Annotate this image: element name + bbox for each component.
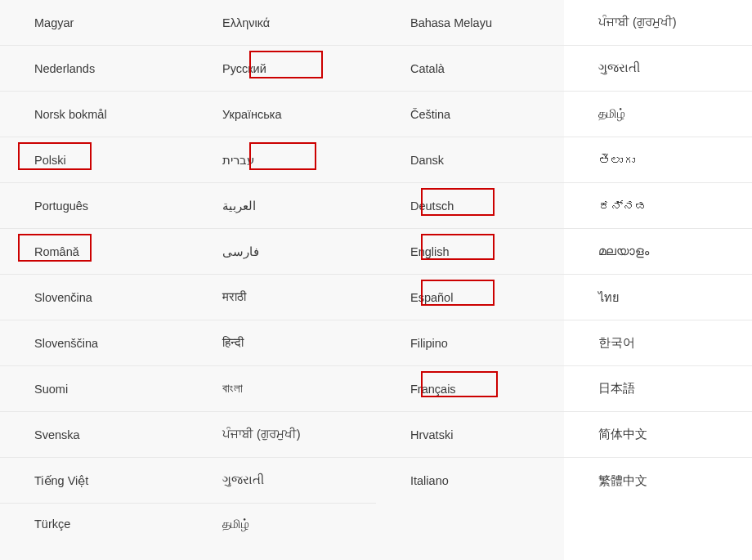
language-item[interactable]: தமிழ் bbox=[564, 92, 752, 137]
language-label: Català bbox=[410, 62, 445, 75]
language-label: 日本語 bbox=[598, 381, 635, 396]
language-item[interactable]: Hrvatski bbox=[376, 412, 564, 458]
language-label: Nederlands bbox=[34, 62, 95, 75]
language-label: العربية bbox=[222, 199, 256, 213]
language-label: Slovenčina bbox=[34, 291, 92, 304]
language-label: Polski bbox=[34, 154, 66, 167]
language-item[interactable]: ਪੰਜਾਬੀ (ਗੁਰਮੁਖੀ) bbox=[188, 412, 376, 458]
language-item[interactable]: 日本語 bbox=[564, 366, 752, 412]
language-item[interactable]: বাংলা bbox=[188, 366, 376, 412]
language-item[interactable]: Svenska bbox=[0, 412, 188, 458]
language-label: Türkçe bbox=[34, 517, 70, 531]
language-item[interactable]: Deutsch bbox=[376, 183, 564, 229]
language-label: தமிழ் bbox=[222, 517, 249, 531]
language-label: فارسی bbox=[222, 245, 259, 258]
language-label: Dansk bbox=[410, 154, 444, 167]
language-item[interactable]: Bahasa Melayu bbox=[376, 0, 564, 46]
language-label: ਪੰਜਾਬੀ (ਗੁਰਮੁਖੀ) bbox=[598, 16, 677, 29]
language-item[interactable]: Norsk bokmål bbox=[0, 92, 188, 137]
language-item[interactable]: Nederlands bbox=[0, 46, 188, 92]
language-label: தமிழ் bbox=[598, 107, 625, 121]
language-label: Suomi bbox=[34, 383, 68, 396]
language-item[interactable]: தமிழ் bbox=[188, 504, 376, 544]
language-item[interactable]: Suomi bbox=[0, 366, 188, 412]
language-label: Română bbox=[34, 245, 79, 258]
language-item[interactable]: Dansk bbox=[376, 137, 564, 183]
language-item[interactable]: ಕನ್ನಡ bbox=[564, 183, 752, 229]
language-label: ಕನ್ನಡ bbox=[598, 199, 647, 213]
language-label: Bahasa Melayu bbox=[410, 16, 492, 29]
language-label: ਪੰਜਾਬੀ (ਗੁਰਮੁਖੀ) bbox=[222, 428, 301, 441]
language-label: Українська bbox=[222, 108, 282, 121]
language-label: Italiano bbox=[410, 474, 449, 487]
language-item[interactable]: العربية bbox=[188, 183, 376, 229]
language-label: తెలుగు bbox=[598, 154, 635, 167]
language-label: Tiếng Việt bbox=[34, 474, 88, 487]
language-item[interactable]: ไทย bbox=[564, 275, 752, 320]
language-item[interactable]: Română bbox=[0, 229, 188, 275]
language-label: English bbox=[410, 245, 450, 258]
language-item[interactable]: Slovenčina bbox=[0, 275, 188, 320]
language-item[interactable]: Türkçe bbox=[0, 504, 188, 544]
language-label: ગુજરાતી bbox=[598, 61, 640, 75]
language-label: Filipino bbox=[410, 337, 448, 350]
language-label: Русский bbox=[222, 62, 266, 75]
language-item[interactable]: Español bbox=[376, 275, 564, 320]
language-item[interactable]: Français bbox=[376, 366, 564, 412]
language-label: עברית bbox=[222, 154, 254, 167]
language-label: Português bbox=[34, 199, 88, 213]
language-label: Magyar bbox=[34, 16, 74, 29]
language-column-1: Magyar Nederlands Norsk bokmål Polski Po… bbox=[0, 0, 188, 560]
language-item[interactable]: 繁體中文 bbox=[564, 458, 752, 504]
language-label: Norsk bokmål bbox=[34, 108, 107, 121]
language-label: ไทย bbox=[598, 288, 619, 307]
language-item[interactable]: Slovenščina bbox=[0, 320, 188, 366]
language-item[interactable]: English bbox=[376, 229, 564, 275]
language-label: മലയാളം bbox=[598, 244, 649, 258]
language-item[interactable]: ਪੰਜਾਬੀ (ਗੁਰਮੁਖੀ) bbox=[564, 0, 752, 46]
language-item[interactable]: 简体中文 bbox=[564, 412, 752, 458]
language-item[interactable]: Русский bbox=[188, 46, 376, 92]
language-label: Svenska bbox=[34, 428, 80, 441]
language-item[interactable]: తెలుగు bbox=[564, 137, 752, 183]
language-label: Čeština bbox=[410, 108, 450, 121]
language-label: हिन्दी bbox=[222, 336, 244, 350]
language-columns: Magyar Nederlands Norsk bokmål Polski Po… bbox=[0, 0, 752, 560]
language-label: 繁體中文 bbox=[598, 473, 647, 489]
language-label: বাংলা bbox=[222, 382, 243, 396]
language-item[interactable]: Ελληνικά bbox=[188, 0, 376, 46]
language-item[interactable]: ગુજરાતી bbox=[188, 458, 376, 504]
language-label: ગુજરાતી bbox=[222, 473, 264, 487]
language-column-3: Bahasa Melayu Català Čeština Dansk Deuts… bbox=[376, 0, 564, 560]
language-item[interactable]: Català bbox=[376, 46, 564, 92]
language-column-2: Ελληνικά Русский Українська עברית العربي… bbox=[188, 0, 376, 560]
language-label: Español bbox=[410, 291, 453, 304]
language-item[interactable]: Polski bbox=[0, 137, 188, 183]
language-column-4: ਪੰਜਾਬੀ (ਗੁਰਮੁਖੀ) ગુજરાતી தமிழ் తెలుగు ಕನ… bbox=[564, 0, 752, 560]
language-label: Slovenščina bbox=[34, 337, 98, 350]
language-item[interactable]: Українська bbox=[188, 92, 376, 137]
language-item[interactable]: 한국어 bbox=[564, 320, 752, 366]
language-item[interactable]: मराठी bbox=[188, 275, 376, 320]
language-item[interactable]: ગુજરાતી bbox=[564, 46, 752, 92]
language-item[interactable]: Tiếng Việt bbox=[0, 458, 188, 504]
language-label: Français bbox=[410, 383, 456, 396]
language-item[interactable]: עברית bbox=[188, 137, 376, 183]
language-label: Ελληνικά bbox=[222, 16, 270, 29]
language-label: 简体中文 bbox=[598, 427, 647, 442]
language-item[interactable]: Português bbox=[0, 183, 188, 229]
language-item[interactable]: हिन्दी bbox=[188, 320, 376, 366]
language-item[interactable]: മലയാളം bbox=[564, 229, 752, 275]
language-item[interactable]: Magyar bbox=[0, 0, 188, 46]
language-label: Hrvatski bbox=[410, 428, 453, 441]
language-item[interactable]: Čeština bbox=[376, 92, 564, 137]
language-item[interactable]: فارسی bbox=[188, 229, 376, 275]
language-label: मराठी bbox=[222, 290, 246, 304]
language-item[interactable]: Filipino bbox=[376, 320, 564, 366]
language-label: Deutsch bbox=[410, 199, 454, 213]
language-item[interactable]: Italiano bbox=[376, 458, 564, 504]
language-label: 한국어 bbox=[598, 335, 635, 351]
